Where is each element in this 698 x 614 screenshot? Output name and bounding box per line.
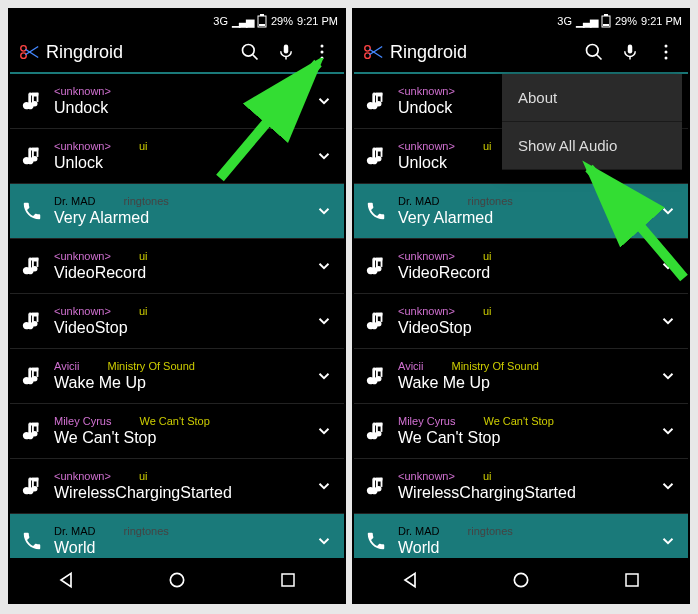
expand-button[interactable] [312, 144, 336, 168]
expand-button[interactable] [312, 309, 336, 333]
list-item[interactable]: Dr. MADringtonesVery Alarmed [354, 184, 688, 239]
svg-rect-69 [373, 93, 382, 96]
expand-button[interactable] [656, 529, 680, 553]
svg-point-11 [321, 45, 324, 48]
list-item[interactable]: Miley CyrusWe Can't StopWe Can't Stop [10, 404, 344, 459]
track-name: We Can't Stop [54, 429, 312, 447]
track-artist: <unknown> [398, 85, 455, 97]
list-item[interactable]: Dr. MADringtonesWorld [10, 514, 344, 558]
track-artist: Miley Cyrus [398, 415, 455, 427]
svg-point-58 [587, 45, 599, 57]
expand-button[interactable] [656, 199, 680, 223]
music-note-icon [362, 87, 390, 115]
track-name: We Can't Stop [398, 429, 656, 447]
search-button[interactable] [236, 38, 264, 66]
list-item[interactable]: <unknown>uiWirelessChargingStarted [354, 459, 688, 514]
expand-button[interactable] [312, 199, 336, 223]
music-note-icon [18, 472, 46, 500]
svg-point-54 [365, 46, 371, 52]
phone-icon [18, 527, 46, 555]
mic-button[interactable] [272, 38, 300, 66]
mic-icon [277, 42, 295, 62]
overflow-button[interactable] [308, 38, 336, 66]
track-album: ui [483, 305, 492, 317]
recent-button[interactable] [268, 560, 308, 600]
expand-button[interactable] [312, 89, 336, 113]
list-item[interactable]: Miley CyrusWe Can't StopWe Can't Stop [354, 404, 688, 459]
back-button[interactable] [390, 560, 430, 600]
expand-button[interactable] [656, 364, 680, 388]
overflow-icon [658, 42, 674, 62]
track-artist: Dr. MAD [54, 525, 96, 537]
search-icon [240, 42, 260, 62]
expand-button[interactable] [312, 474, 336, 498]
svg-rect-2 [259, 24, 265, 26]
overflow-button[interactable] [652, 38, 680, 66]
svg-line-8 [253, 55, 258, 60]
list-item[interactable]: Dr. MADringtonesWorld [354, 514, 688, 558]
recent-button[interactable] [612, 560, 652, 600]
track-album: Ministry Of Sound [107, 360, 194, 372]
svg-rect-38 [29, 368, 38, 371]
list-item[interactable]: Dr. MADringtonesVery Alarmed [10, 184, 344, 239]
svg-point-62 [665, 45, 668, 48]
track-artist: Dr. MAD [54, 195, 96, 207]
track-content: <unknown>uiUnlock [54, 140, 312, 172]
back-button[interactable] [46, 560, 86, 600]
search-button[interactable] [580, 38, 608, 66]
list-item[interactable]: <unknown>uiVideoRecord [354, 239, 688, 294]
track-list[interactable]: <unknown>Undock<unknown>uiUnlockDr. MADr… [10, 74, 344, 558]
track-album: Ministry Of Sound [451, 360, 538, 372]
track-album: ui [483, 470, 492, 482]
list-item[interactable]: <unknown>uiUnlock [10, 129, 344, 184]
list-item[interactable]: <unknown>uiVideoRecord [10, 239, 344, 294]
expand-button[interactable] [312, 419, 336, 443]
music-note-icon [18, 307, 46, 335]
expand-button[interactable] [312, 364, 336, 388]
menu-item-show-all-audio[interactable]: Show All Audio [502, 122, 682, 170]
track-artist: <unknown> [398, 140, 455, 152]
expand-button[interactable] [656, 474, 680, 498]
track-name: VideoRecord [398, 264, 656, 282]
expand-button[interactable] [656, 419, 680, 443]
list-item[interactable]: <unknown>uiVideoStop [10, 294, 344, 349]
svg-point-13 [321, 57, 324, 60]
track-album: ui [139, 470, 148, 482]
track-content: <unknown>uiVideoStop [398, 305, 656, 337]
track-name: VideoRecord [54, 264, 312, 282]
status-bar: 3G ▁▃▅ 29% 9:21 PM [354, 10, 688, 32]
home-button[interactable] [157, 560, 197, 600]
expand-button[interactable] [656, 309, 680, 333]
home-button[interactable] [501, 560, 541, 600]
list-item[interactable]: AviciiMinistry Of SoundWake Me Up [354, 349, 688, 404]
track-album: We Can't Stop [483, 415, 553, 427]
expand-button[interactable] [312, 529, 336, 553]
expand-button[interactable] [656, 254, 680, 278]
svg-rect-50 [282, 574, 294, 586]
list-item[interactable]: <unknown>uiVideoStop [354, 294, 688, 349]
track-name: VideoStop [54, 319, 312, 337]
track-name: World [398, 539, 656, 557]
track-name: Wake Me Up [398, 374, 656, 392]
home-icon [511, 570, 531, 590]
list-item[interactable]: <unknown>uiWirelessChargingStarted [10, 459, 344, 514]
track-artist: <unknown> [398, 305, 455, 317]
svg-rect-84 [373, 313, 382, 316]
menu-item-about[interactable]: About [502, 74, 682, 122]
app-logo-icon [18, 41, 40, 63]
svg-point-3 [21, 46, 27, 52]
svg-point-64 [665, 57, 668, 60]
expand-button[interactable] [312, 254, 336, 278]
track-content: <unknown>Undock [54, 85, 312, 117]
list-item[interactable]: <unknown>Undock [10, 74, 344, 129]
mic-button[interactable] [616, 38, 644, 66]
network-label: 3G [557, 15, 572, 27]
app-title: Ringdroid [46, 42, 228, 63]
list-item[interactable]: AviciiMinistry Of SoundWake Me Up [10, 349, 344, 404]
home-icon [167, 570, 187, 590]
nav-bar [354, 558, 688, 602]
music-note-icon [362, 307, 390, 335]
nav-bar [10, 558, 344, 602]
music-note-icon [362, 417, 390, 445]
track-name: VideoStop [398, 319, 656, 337]
